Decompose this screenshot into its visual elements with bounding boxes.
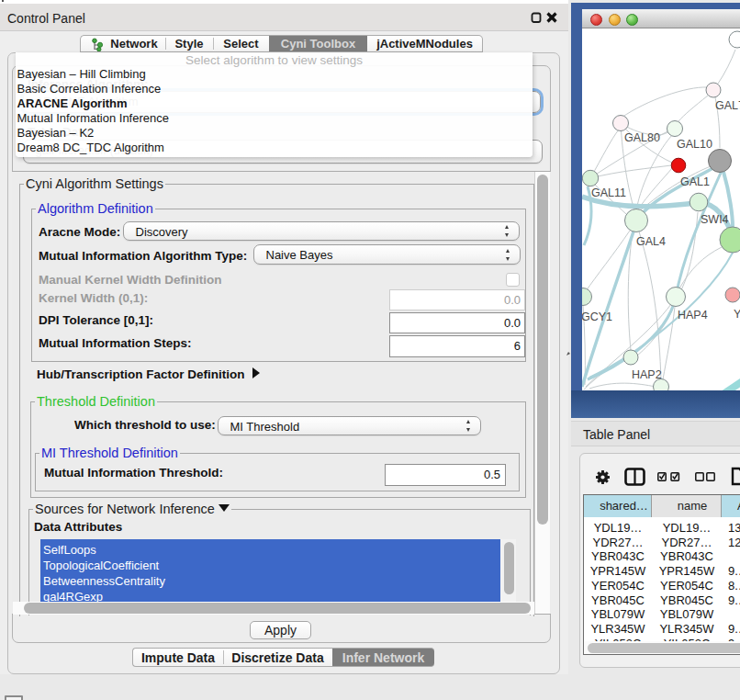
svg-text:GAL80: GAL80 <box>624 131 660 144</box>
svg-text:GAL11: GAL11 <box>591 186 626 199</box>
svg-text:SWI4: SWI4 <box>701 213 729 226</box>
svg-text:GCY1: GCY1 <box>582 310 612 323</box>
svg-text:GAL7: GAL7 <box>715 99 740 112</box>
svg-text:YMR: YMR <box>734 308 740 321</box>
svg-text:HAP2: HAP2 <box>632 368 662 381</box>
svg-text:GAL1: GAL1 <box>680 175 710 188</box>
svg-text:GAL10: GAL10 <box>677 138 712 151</box>
svg-text:GAL4: GAL4 <box>636 235 666 248</box>
svg-text:HAP4: HAP4 <box>678 309 708 322</box>
